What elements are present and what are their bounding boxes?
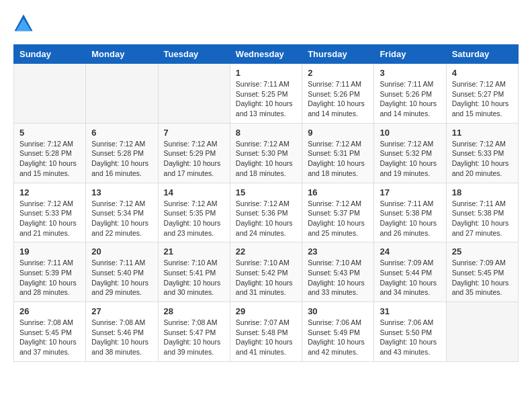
day-number: 9 [308, 128, 368, 138]
day-number: 17 [380, 187, 440, 197]
day-cell [86, 64, 158, 124]
day-number: 15 [236, 187, 296, 197]
day-cell: 21Sunrise: 7:10 AM Sunset: 5:41 PM Dayli… [158, 242, 230, 302]
logo-icon [13, 13, 34, 34]
day-cell: 30Sunrise: 7:06 AM Sunset: 5:49 PM Dayli… [302, 302, 374, 362]
calendar-table: SundayMondayTuesdayWednesdayThursdayFrid… [13, 44, 519, 362]
day-number: 19 [19, 246, 80, 257]
week-row-5: 26Sunrise: 7:08 AM Sunset: 5:45 PM Dayli… [14, 302, 519, 362]
day-number: 26 [19, 306, 80, 316]
day-number: 30 [308, 306, 368, 316]
day-number: 18 [452, 187, 513, 197]
week-row-1: 1Sunrise: 7:11 AM Sunset: 5:25 PM Daylig… [14, 64, 519, 124]
day-number: 5 [19, 128, 80, 138]
day-info: Sunrise: 7:10 AM Sunset: 5:41 PM Dayligh… [164, 258, 224, 298]
day-number: 27 [91, 306, 152, 316]
col-header-saturday: Saturday [446, 45, 518, 64]
day-cell [158, 64, 230, 124]
day-cell: 11Sunrise: 7:12 AM Sunset: 5:33 PM Dayli… [446, 123, 518, 183]
day-number: 12 [19, 187, 80, 197]
day-info: Sunrise: 7:09 AM Sunset: 5:45 PM Dayligh… [452, 258, 513, 298]
day-cell: 14Sunrise: 7:12 AM Sunset: 5:35 PM Dayli… [158, 183, 230, 242]
day-number: 7 [164, 128, 224, 138]
day-cell [446, 302, 518, 362]
day-cell: 4Sunrise: 7:12 AM Sunset: 5:27 PM Daylig… [446, 64, 518, 124]
day-info: Sunrise: 7:07 AM Sunset: 5:48 PM Dayligh… [236, 318, 296, 357]
day-cell: 3Sunrise: 7:11 AM Sunset: 5:26 PM Daylig… [374, 64, 446, 124]
day-cell: 28Sunrise: 7:08 AM Sunset: 5:47 PM Dayli… [158, 302, 230, 362]
day-info: Sunrise: 7:12 AM Sunset: 5:30 PM Dayligh… [236, 139, 296, 179]
calendar-header-row: SundayMondayTuesdayWednesdayThursdayFrid… [14, 45, 519, 64]
day-cell: 31Sunrise: 7:06 AM Sunset: 5:50 PM Dayli… [374, 302, 446, 362]
day-number: 31 [380, 306, 440, 316]
week-row-3: 12Sunrise: 7:12 AM Sunset: 5:33 PM Dayli… [14, 183, 519, 242]
logo [13, 13, 36, 34]
col-header-sunday: Sunday [14, 45, 86, 64]
day-info: Sunrise: 7:06 AM Sunset: 5:50 PM Dayligh… [380, 318, 440, 357]
day-number: 22 [236, 246, 296, 257]
day-number: 24 [380, 246, 440, 257]
day-number: 11 [452, 128, 513, 138]
day-cell: 27Sunrise: 7:08 AM Sunset: 5:46 PM Dayli… [86, 302, 158, 362]
day-number: 14 [164, 187, 224, 197]
day-info: Sunrise: 7:12 AM Sunset: 5:27 PM Dayligh… [452, 79, 513, 119]
day-info: Sunrise: 7:12 AM Sunset: 5:28 PM Dayligh… [19, 139, 80, 179]
day-number: 10 [380, 128, 440, 138]
day-info: Sunrise: 7:10 AM Sunset: 5:43 PM Dayligh… [308, 258, 368, 298]
day-cell: 17Sunrise: 7:11 AM Sunset: 5:38 PM Dayli… [374, 183, 446, 242]
day-info: Sunrise: 7:11 AM Sunset: 5:40 PM Dayligh… [91, 258, 152, 298]
day-number: 4 [452, 68, 513, 78]
day-info: Sunrise: 7:08 AM Sunset: 5:47 PM Dayligh… [164, 318, 224, 357]
day-info: Sunrise: 7:12 AM Sunset: 5:36 PM Dayligh… [236, 199, 296, 238]
day-cell [14, 64, 86, 124]
day-number: 2 [308, 68, 368, 78]
col-header-monday: Monday [86, 45, 158, 64]
day-info: Sunrise: 7:08 AM Sunset: 5:46 PM Dayligh… [91, 318, 152, 357]
day-cell: 24Sunrise: 7:09 AM Sunset: 5:44 PM Dayli… [374, 242, 446, 302]
day-number: 25 [452, 246, 513, 257]
day-info: Sunrise: 7:12 AM Sunset: 5:35 PM Dayligh… [164, 199, 224, 238]
day-info: Sunrise: 7:11 AM Sunset: 5:26 PM Dayligh… [380, 79, 440, 119]
day-cell: 9Sunrise: 7:12 AM Sunset: 5:31 PM Daylig… [302, 123, 374, 183]
day-info: Sunrise: 7:12 AM Sunset: 5:37 PM Dayligh… [308, 199, 368, 238]
day-cell: 6Sunrise: 7:12 AM Sunset: 5:28 PM Daylig… [86, 123, 158, 183]
day-info: Sunrise: 7:12 AM Sunset: 5:29 PM Dayligh… [164, 139, 224, 179]
day-number: 13 [91, 187, 152, 197]
day-cell: 7Sunrise: 7:12 AM Sunset: 5:29 PM Daylig… [158, 123, 230, 183]
day-cell: 12Sunrise: 7:12 AM Sunset: 5:33 PM Dayli… [14, 183, 86, 242]
day-number: 3 [380, 68, 440, 78]
day-number: 28 [164, 306, 224, 316]
day-number: 23 [308, 246, 368, 257]
day-cell: 22Sunrise: 7:10 AM Sunset: 5:42 PM Dayli… [230, 242, 302, 302]
week-row-2: 5Sunrise: 7:12 AM Sunset: 5:28 PM Daylig… [14, 123, 519, 183]
day-info: Sunrise: 7:11 AM Sunset: 5:38 PM Dayligh… [380, 199, 440, 238]
day-cell: 8Sunrise: 7:12 AM Sunset: 5:30 PM Daylig… [230, 123, 302, 183]
day-info: Sunrise: 7:12 AM Sunset: 5:31 PM Dayligh… [308, 139, 368, 179]
day-info: Sunrise: 7:08 AM Sunset: 5:45 PM Dayligh… [19, 318, 80, 357]
day-number: 8 [236, 128, 296, 138]
day-info: Sunrise: 7:09 AM Sunset: 5:44 PM Dayligh… [380, 258, 440, 298]
day-info: Sunrise: 7:11 AM Sunset: 5:25 PM Dayligh… [236, 79, 296, 119]
day-cell: 1Sunrise: 7:11 AM Sunset: 5:25 PM Daylig… [230, 64, 302, 124]
day-cell: 26Sunrise: 7:08 AM Sunset: 5:45 PM Dayli… [14, 302, 86, 362]
day-info: Sunrise: 7:11 AM Sunset: 5:39 PM Dayligh… [19, 258, 80, 298]
day-info: Sunrise: 7:12 AM Sunset: 5:34 PM Dayligh… [91, 199, 152, 238]
day-cell: 10Sunrise: 7:12 AM Sunset: 5:32 PM Dayli… [374, 123, 446, 183]
col-header-tuesday: Tuesday [158, 45, 230, 64]
day-info: Sunrise: 7:06 AM Sunset: 5:49 PM Dayligh… [308, 318, 368, 357]
day-cell: 15Sunrise: 7:12 AM Sunset: 5:36 PM Dayli… [230, 183, 302, 242]
day-number: 6 [91, 128, 152, 138]
day-info: Sunrise: 7:10 AM Sunset: 5:42 PM Dayligh… [236, 258, 296, 298]
day-number: 21 [164, 246, 224, 257]
day-number: 20 [91, 246, 152, 257]
day-info: Sunrise: 7:11 AM Sunset: 5:38 PM Dayligh… [452, 199, 513, 238]
col-header-thursday: Thursday [302, 45, 374, 64]
day-cell: 29Sunrise: 7:07 AM Sunset: 5:48 PM Dayli… [230, 302, 302, 362]
day-info: Sunrise: 7:12 AM Sunset: 5:33 PM Dayligh… [19, 199, 80, 238]
day-info: Sunrise: 7:11 AM Sunset: 5:26 PM Dayligh… [308, 79, 368, 119]
day-cell: 5Sunrise: 7:12 AM Sunset: 5:28 PM Daylig… [14, 123, 86, 183]
day-cell: 2Sunrise: 7:11 AM Sunset: 5:26 PM Daylig… [302, 64, 374, 124]
day-cell: 25Sunrise: 7:09 AM Sunset: 5:45 PM Dayli… [446, 242, 518, 302]
day-cell: 19Sunrise: 7:11 AM Sunset: 5:39 PM Dayli… [14, 242, 86, 302]
day-info: Sunrise: 7:12 AM Sunset: 5:32 PM Dayligh… [380, 139, 440, 179]
